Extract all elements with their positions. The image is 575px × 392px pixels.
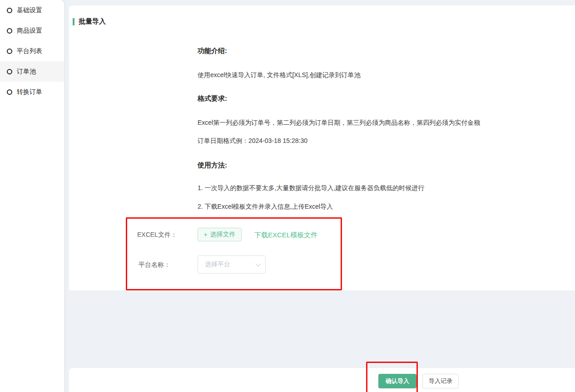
sidebar-item-label: 订单池 [17,68,36,76]
circle-icon [7,69,12,74]
sidebar-item-product-settings[interactable]: 商品设置 [0,20,64,41]
sidebar-item-label: 商品设置 [17,27,42,35]
footer-action-bar: 确认导入 导入记录 [69,368,575,392]
circle-icon [7,89,12,95]
page-title: 批量导入 [79,17,106,26]
import-records-button[interactable]: 导入记录 [422,374,459,388]
platform-select[interactable]: 选择平台 [198,255,266,274]
circle-icon [7,8,12,13]
platform-name-label: 平台名称： [139,261,170,269]
sidebar-item-label: 转换订单 [17,88,42,96]
intro-heading: 功能介绍: [198,47,227,55]
format-example: 订单日期格式例：2024-03-18 15:28:30 [198,137,307,145]
title-accent-bar [73,18,74,25]
sidebar-item-label: 基础设置 [17,6,42,15]
main-content-card: 批量导入 功能介绍: 使用excel快速导入订单, 文件格式[XLS],创建记录… [69,5,575,290]
page-header: 批量导入 [73,17,106,26]
excel-file-label: EXCEL文件： [137,231,177,239]
download-excel-template-link[interactable]: 下载EXCEL模板文件 [254,231,317,240]
sidebar-item-label: 平台列表 [17,47,42,55]
usage-step-1: 1. 一次导入的数据不要太多,大量数据请分批导入,建议在服务器负载低的时候进行 [198,184,424,192]
format-heading: 格式要求: [198,94,227,103]
choose-file-button-label: 选择文件 [210,230,236,239]
usage-step-2: 2. 下载Excel模板文件并录入信息,上传Excel导入 [198,203,333,211]
format-body: Excel第一列必须为订单号，第二列必须为订单日期，第三列必须为商品名称，第四列… [198,119,480,127]
choose-file-button[interactable]: + 选择文件 [198,228,242,241]
sidebar-item-basic-settings[interactable]: 基础设置 [0,0,64,20]
usage-heading: 使用方法: [198,161,227,170]
plus-icon: + [203,231,207,238]
sidebar-item-convert-order[interactable]: 转换订单 [0,82,64,102]
confirm-import-button[interactable]: 确认导入 [378,374,416,388]
intro-body: 使用excel快速导入订单, 文件格式[XLS],创建记录到订单池 [198,71,361,79]
chevron-down-icon [256,261,261,266]
sidebar-item-platform-list[interactable]: 平台列表 [0,41,64,61]
platform-select-placeholder: 选择平台 [205,260,230,269]
sidebar-item-order-pool[interactable]: 订单池 [0,61,64,82]
sidebar: 基础设置 商品设置 平台列表 订单池 转换订单 [0,0,64,392]
circle-icon [7,28,12,34]
circle-icon [7,49,12,54]
